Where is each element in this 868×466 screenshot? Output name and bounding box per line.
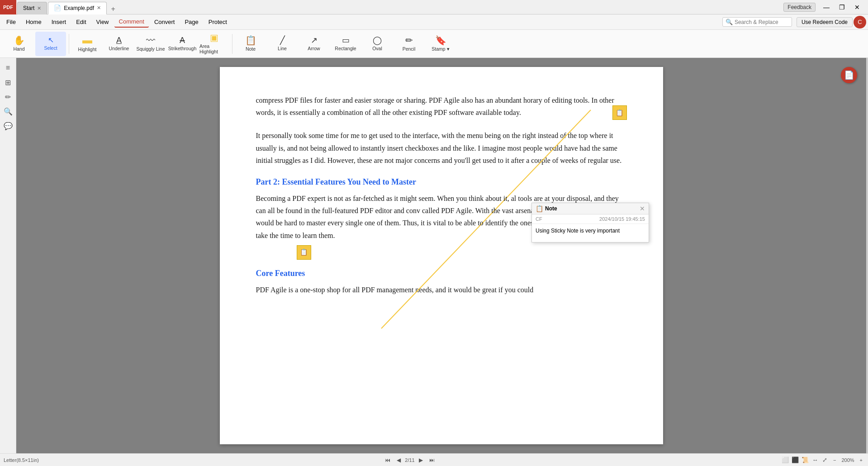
- float-action-button[interactable]: 📄: [841, 67, 857, 83]
- prev-page-button[interactable]: ◀: [394, 456, 403, 465]
- pdf-heading2: Core Features: [256, 269, 627, 278]
- tool-select[interactable]: ↖ Select: [35, 32, 66, 56]
- menubar: File Home Insert Edit View Comment Conve…: [0, 14, 868, 30]
- zoom-in-button[interactable]: +: [858, 456, 864, 464]
- pdf-page: 📋 compress PDF files for faster and easi…: [220, 67, 663, 444]
- window-controls: — ❐ ✕: [819, 1, 864, 14]
- statusbar-left: Letter(8.5×11in): [4, 457, 39, 463]
- note-body: Using Sticky Note is very important: [532, 224, 649, 242]
- statusbar-right: ⬜ ⬛ 📜 ↔ ⤢ − 200% +: [781, 456, 864, 465]
- last-page-button[interactable]: ⏭: [427, 456, 436, 465]
- float-action-icon: 📄: [844, 70, 854, 80]
- tool-pencil[interactable]: ✏ Pencil: [394, 32, 424, 56]
- pdf-paragraph1: It personally took some time for me to g…: [256, 129, 627, 166]
- page-indicator: 2/11: [405, 457, 414, 463]
- menu-view[interactable]: View: [92, 17, 114, 27]
- note-header: 📋 Note ✕: [532, 203, 649, 214]
- menu-home[interactable]: Home: [21, 17, 46, 27]
- sidebar-icon-pages[interactable]: ⊞: [2, 76, 14, 89]
- search-input[interactable]: [735, 19, 789, 25]
- zoom-out-button[interactable]: −: [831, 456, 838, 464]
- tool-rectangle[interactable]: ▭ Rectangle: [330, 32, 361, 56]
- menu-convert[interactable]: Convert: [150, 17, 180, 27]
- tool-arrow[interactable]: ↗ Arrow: [299, 32, 329, 56]
- tool-area-highlight-label: Area Highlight: [199, 43, 228, 54]
- tool-stamp[interactable]: 🔖 Stamp ▾: [425, 32, 456, 56]
- sticky-note-bottom[interactable]: 📋: [297, 245, 311, 260]
- sticky-note-bottom-icon: 📋: [300, 247, 308, 258]
- tool-hand[interactable]: ✋ Hand: [4, 32, 34, 56]
- add-tab-button[interactable]: +: [108, 4, 119, 14]
- menu-edit[interactable]: Edit: [71, 17, 90, 27]
- tool-highlight[interactable]: ▬ Highlight: [72, 32, 103, 56]
- tool-pencil-label: Pencil: [403, 46, 416, 52]
- minimize-button[interactable]: —: [819, 1, 834, 14]
- separator-1: [69, 34, 69, 54]
- fit-page-icon[interactable]: ⤢: [821, 456, 830, 465]
- menu-file[interactable]: File: [2, 17, 20, 27]
- resize-handle[interactable]: [866, 58, 868, 453]
- menu-insert[interactable]: Insert: [47, 17, 71, 27]
- tool-highlight-label: Highlight: [78, 47, 97, 52]
- tool-hand-label: Hand: [13, 46, 24, 52]
- line-icon: ╱: [280, 36, 285, 44]
- rectangle-icon: ▭: [342, 36, 350, 44]
- tool-strikethrough[interactable]: A Strikethrough: [167, 32, 198, 56]
- toolbar: ✋ Hand ↖ Select ▬ Highlight A Underline …: [0, 30, 868, 58]
- tool-underline[interactable]: A Underline: [104, 32, 134, 56]
- tab-start[interactable]: Start ✕: [17, 2, 47, 14]
- sticky-note-top[interactable]: 📋: [612, 105, 627, 120]
- hand-icon: ✋: [14, 36, 25, 45]
- select-icon: ↖: [48, 37, 54, 44]
- pdf-area[interactable]: 📋 compress PDF files for faster and easi…: [16, 58, 866, 453]
- fit-width-icon[interactable]: ↔: [811, 456, 820, 465]
- tab-start-close[interactable]: ✕: [37, 5, 41, 11]
- sidebar-icon-search[interactable]: 🔍: [2, 105, 14, 118]
- sidebar-icon-menu[interactable]: ≡: [2, 62, 14, 74]
- double-page-icon[interactable]: ⬛: [791, 456, 800, 465]
- note-close-button[interactable]: ✕: [640, 205, 645, 212]
- note-icon: 📋: [245, 36, 256, 45]
- note-popup-icon: 📋: [536, 205, 543, 212]
- tool-squiggly-label: Squiggly Line: [136, 46, 165, 52]
- tool-line[interactable]: ╱ Line: [267, 32, 298, 56]
- user-avatar[interactable]: C: [854, 16, 866, 29]
- separator-2: [232, 34, 232, 54]
- pdf-content-top: compress PDF files for faster and easier…: [256, 94, 627, 119]
- sidebar-icon-comment[interactable]: 💬: [2, 119, 14, 132]
- tool-area-highlight[interactable]: ▣ Area Highlight: [199, 32, 229, 56]
- next-page-button[interactable]: ▶: [417, 456, 426, 465]
- tab-start-label: Start: [23, 5, 34, 11]
- titlebar: PDF Start ✕ 📄 Example.pdf ✕ + Feedback —…: [0, 0, 868, 14]
- statusbar-center: ⏮ ◀ 2/11 ▶ ⏭: [43, 456, 777, 465]
- single-page-icon[interactable]: ⬜: [781, 456, 790, 465]
- pdf-paragraph3: PDF Agile is a one-stop shop for all PDF…: [256, 284, 627, 296]
- sidebar-icon-edit[interactable]: ✏: [2, 90, 14, 103]
- squiggly-icon: 〰: [146, 36, 155, 45]
- area-highlight-icon: ▣: [210, 33, 218, 42]
- note-meta: CF 2024/10/15 19:45:15: [532, 214, 649, 224]
- tool-line-label: Line: [278, 46, 287, 51]
- main-area: ≡ ⊞ ✏ 🔍 💬 📋 compress PDF files for faste…: [0, 58, 868, 453]
- titlebar-right: Feedback — ❐ ✕: [783, 1, 868, 14]
- scroll-icon[interactable]: 📜: [801, 456, 810, 465]
- view-icons: ⬜ ⬛ 📜 ↔ ⤢: [781, 456, 830, 465]
- arrow-overlay: [220, 67, 663, 444]
- maximize-button[interactable]: ❐: [835, 1, 849, 14]
- oval-icon: ◯: [373, 36, 382, 44]
- tab-example-close[interactable]: ✕: [97, 5, 101, 11]
- first-page-button[interactable]: ⏮: [383, 456, 392, 465]
- feedback-button[interactable]: Feedback: [783, 3, 816, 12]
- tool-squiggly[interactable]: 〰 Squiggly Line: [135, 32, 166, 56]
- menu-comment[interactable]: Comment: [114, 16, 149, 28]
- arrow-icon: ↗: [311, 36, 318, 44]
- tool-oval[interactable]: ◯ Oval: [362, 32, 393, 56]
- menu-page[interactable]: Page: [180, 17, 203, 27]
- tool-note[interactable]: 📋 Note: [235, 32, 266, 56]
- menu-protect[interactable]: Protect: [204, 17, 232, 27]
- zoom-level[interactable]: 200%: [840, 456, 856, 464]
- close-button[interactable]: ✕: [850, 1, 864, 14]
- redeem-button[interactable]: Use Redeem Code: [797, 17, 853, 27]
- tab-example[interactable]: 📄 Example.pdf ✕: [48, 2, 107, 14]
- tab-example-label: Example.pdf: [64, 5, 94, 11]
